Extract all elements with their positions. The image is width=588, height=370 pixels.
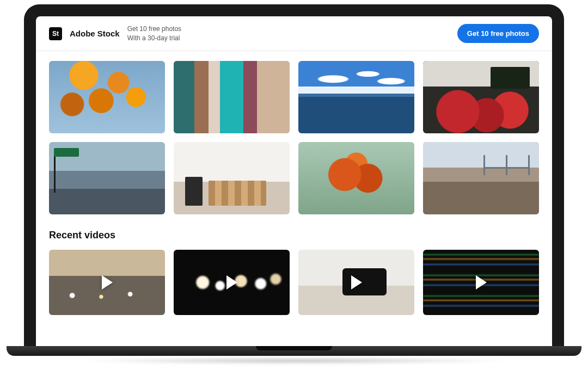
photo-grid <box>49 61 539 214</box>
photo-bg <box>174 61 290 133</box>
play-icon <box>226 275 237 289</box>
get-free-photos-button[interactable]: Get 10 free photos <box>457 24 539 43</box>
photo-thumb-coffee-bar[interactable] <box>174 142 290 214</box>
video-thumb-code-screen[interactable] <box>423 250 539 315</box>
photo-thumb-bridge-cityscape[interactable] <box>423 142 539 214</box>
photo-thumb-market-tomatoes[interactable] <box>423 61 539 133</box>
photo-bg <box>423 61 539 133</box>
photo-thumb-ocean-skyline[interactable] <box>298 61 414 133</box>
photo-thumb-brooklyn-street[interactable] <box>49 142 165 214</box>
video-thumb-bokeh-lights[interactable] <box>174 250 290 315</box>
laptop-notch <box>256 346 332 350</box>
photo-thumb-fall-tree[interactable] <box>298 142 414 214</box>
brand-badge: St <box>49 27 62 40</box>
brand-name: Adobe Stock <box>70 29 120 38</box>
promo-line-2: With a 30-day trial <box>127 34 181 42</box>
play-icon <box>102 275 113 289</box>
photo-bg <box>298 61 414 133</box>
promo-line-1: Get 10 free photos <box>127 24 181 33</box>
photo-bg <box>174 142 290 214</box>
laptop-shadow <box>76 357 512 365</box>
content-area: Recent videos <box>36 51 552 315</box>
photo-bg <box>423 142 539 214</box>
screen: St Adobe Stock Get 10 free photos With a… <box>36 16 552 346</box>
laptop-frame: St Adobe Stock Get 10 free photos With a… <box>24 4 564 346</box>
photo-bg <box>49 142 165 214</box>
video-thumb-dslr-camera[interactable] <box>298 250 414 315</box>
photo-bg <box>49 61 165 133</box>
promo-bar: St Adobe Stock Get 10 free photos With a… <box>36 16 552 51</box>
promo-text: Get 10 free photos With a 30-day trial <box>127 24 181 42</box>
photo-bg <box>298 142 414 214</box>
play-icon <box>476 275 487 289</box>
photo-thumb-autumn-leaves[interactable] <box>49 61 165 133</box>
video-thumb-city-traffic[interactable] <box>49 250 165 315</box>
recent-videos-heading: Recent videos <box>49 230 539 241</box>
photo-thumb-clothes-rack[interactable] <box>174 61 290 133</box>
play-icon <box>351 275 362 289</box>
video-grid <box>49 250 539 315</box>
